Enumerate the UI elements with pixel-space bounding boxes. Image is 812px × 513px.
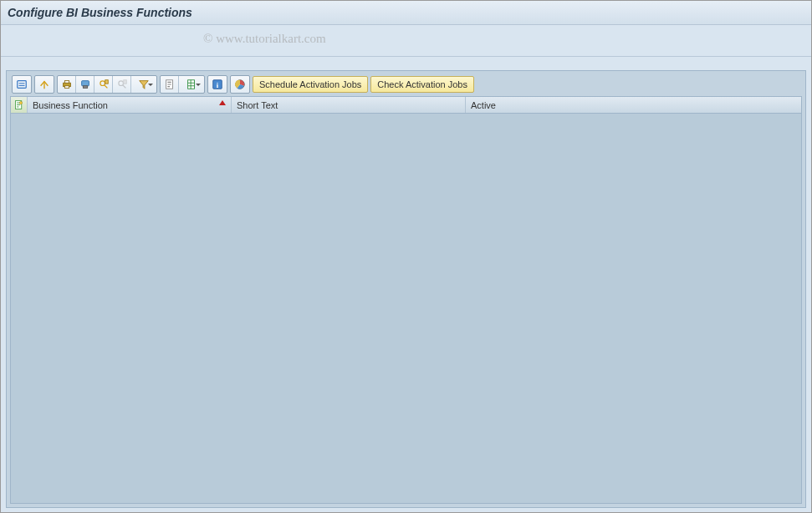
find-button[interactable] bbox=[94, 76, 113, 93]
filter-button[interactable] bbox=[131, 76, 156, 93]
details-icon bbox=[16, 79, 28, 90]
chart-icon bbox=[234, 79, 246, 90]
export-text-icon bbox=[164, 79, 176, 90]
export-spreadsheet-icon bbox=[186, 79, 197, 90]
table-body bbox=[11, 114, 801, 503]
export-text-button[interactable] bbox=[161, 76, 179, 93]
print-icon bbox=[61, 79, 73, 90]
svg-rect-6 bbox=[81, 81, 89, 86]
svg-point-8 bbox=[100, 81, 105, 86]
page-title: Configure BI Business Functions bbox=[8, 6, 192, 19]
alv-table: Business Function Short Text Active bbox=[10, 96, 802, 504]
svg-rect-1 bbox=[19, 83, 25, 84]
export-spreadsheet-button[interactable] bbox=[179, 76, 204, 93]
find-next-icon bbox=[116, 79, 128, 90]
alv-grid-panel: i Schedule Activation Jobs Check Activat… bbox=[6, 70, 806, 508]
column-label: Active bbox=[471, 100, 496, 110]
sort-ascending-button[interactable] bbox=[35, 76, 54, 93]
svg-rect-9 bbox=[105, 80, 108, 84]
chart-button[interactable] bbox=[231, 76, 249, 93]
spacer bbox=[1, 57, 811, 70]
svg-rect-4 bbox=[64, 81, 69, 84]
svg-rect-11 bbox=[123, 80, 126, 84]
svg-rect-0 bbox=[18, 81, 27, 89]
svg-rect-5 bbox=[64, 86, 69, 89]
document-icon bbox=[13, 99, 24, 110]
print-button[interactable] bbox=[58, 76, 76, 93]
filter-icon bbox=[138, 79, 150, 90]
alv-toolbar: i Schedule Activation Jobs Check Activat… bbox=[7, 73, 805, 96]
button-label: Check Activation Jobs bbox=[377, 79, 467, 89]
button-label: Schedule Activation Jobs bbox=[259, 79, 361, 89]
svg-point-10 bbox=[118, 81, 123, 86]
info-icon: i bbox=[212, 79, 223, 90]
svg-rect-2 bbox=[19, 85, 25, 86]
column-label: Business Function bbox=[33, 100, 108, 110]
svg-point-18 bbox=[19, 101, 22, 104]
sort-ascending-icon bbox=[38, 79, 50, 90]
sort-indicator-icon bbox=[219, 100, 226, 105]
main-area: i Schedule Activation Jobs Check Activat… bbox=[1, 70, 811, 513]
schedule-activation-jobs-button[interactable]: Schedule Activation Jobs bbox=[253, 76, 368, 93]
svg-rect-7 bbox=[83, 86, 87, 89]
row-header-icon-cell[interactable] bbox=[11, 97, 28, 113]
column-header-active[interactable]: Active bbox=[466, 97, 549, 113]
find-next-button[interactable] bbox=[113, 76, 131, 93]
watermark-text: © www.tutorialkart.com bbox=[203, 32, 326, 46]
application-toolbar-area: © www.tutorialkart.com bbox=[1, 25, 811, 57]
column-header-row: Business Function Short Text Active bbox=[11, 97, 801, 114]
details-button[interactable] bbox=[13, 76, 31, 93]
title-bar: Configure BI Business Functions bbox=[1, 1, 811, 25]
column-label: Short Text bbox=[237, 100, 278, 110]
find-icon bbox=[98, 79, 110, 90]
column-header-business-function[interactable]: Business Function bbox=[28, 97, 232, 113]
info-button[interactable]: i bbox=[208, 76, 227, 93]
print-preview-button[interactable] bbox=[76, 76, 94, 93]
check-activation-jobs-button[interactable]: Check Activation Jobs bbox=[370, 76, 474, 93]
column-header-short-text[interactable]: Short Text bbox=[232, 97, 466, 113]
print-preview-icon bbox=[79, 79, 91, 90]
